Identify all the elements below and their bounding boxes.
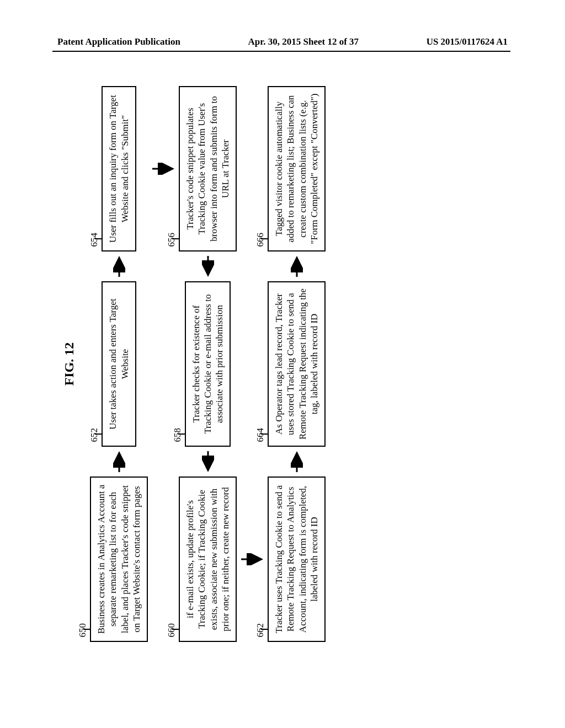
text-650: Business creates in Analytics Account a … (96, 485, 142, 634)
cell-660: 660 if e-mail exists, update profile's T… (179, 477, 237, 642)
node-654: 654 User fills out an inquiry form on Ta… (102, 86, 136, 251)
ref-650: 650 (77, 623, 88, 645)
node-658: 658 Tracker checks for existence of Trac… (185, 281, 231, 447)
arrow-660-662 (240, 553, 264, 565)
cell-652: 652 User takes action and enters Target … (90, 281, 148, 447)
arrow-662-664 (291, 450, 303, 473)
cell-656: 656 Tracker's code snippet populates Tra… (179, 86, 237, 251)
ref-658: 658 (172, 428, 183, 450)
cell-658: 658 Tracker checks for existence of Trac… (179, 281, 237, 447)
arrow-664-666 (291, 255, 303, 278)
node-660: 660 if e-mail exists, update profile's T… (179, 477, 237, 642)
header-left: Patent Application Publication (57, 36, 180, 47)
node-656: 656 Tracker's code snippet populates Tra… (179, 86, 237, 251)
ref-656: 656 (166, 233, 177, 255)
page-header: Patent Application Publication Apr. 30, … (0, 36, 565, 47)
ref-660: 660 (166, 623, 177, 645)
ref-652: 652 (88, 428, 100, 450)
arrow-656-658 (202, 255, 214, 278)
text-652: User takes action and enters Target Webs… (108, 298, 130, 430)
arrow-654-656 (151, 163, 175, 175)
header-right: US 2015/0117624 A1 (427, 36, 508, 47)
arrow-650-652 (113, 450, 125, 473)
header-rule (52, 51, 510, 52)
cell-662: 662 Tracker uses Tracking Cookie to send… (268, 477, 326, 642)
cell-666: 666 Tagged visitor cookie automatically … (268, 86, 326, 251)
ref-666: 666 (254, 233, 266, 255)
text-666: Tagged visitor cookie automatically adde… (274, 94, 319, 244)
header-center: Apr. 30, 2015 Sheet 12 of 37 (248, 36, 359, 47)
ref-654: 654 (88, 233, 100, 255)
arrow-658-660 (202, 450, 214, 473)
cell-654: 654 User fills out an inquiry form on Ta… (90, 86, 148, 251)
ref-664: 664 (254, 428, 266, 450)
cell-664: 664 As Operator tags lead record, Tracke… (268, 281, 326, 447)
node-650: 650 Business creates in Analytics Accoun… (90, 477, 148, 642)
text-660: if e-mail exists, update profile's Track… (185, 487, 231, 631)
ref-662: 662 (254, 623, 266, 645)
text-656: Tracker's code snippet populates Trackin… (185, 96, 231, 241)
figure-title: FIG. 12 (62, 61, 77, 667)
node-662: 662 Tracker uses Tracking Cookie to send… (268, 477, 326, 642)
node-664: 664 As Operator tags lead record, Tracke… (268, 281, 326, 447)
node-652: 652 User takes action and enters Target … (102, 281, 136, 447)
text-658: Tracker checks for existence of Tracking… (191, 295, 225, 434)
arrow-652-654 (113, 255, 125, 278)
flowchart-grid: 650 Business creates in Analytics Accoun… (90, 61, 326, 667)
text-662: Tracker uses Tracking Cookie to send a R… (274, 485, 319, 634)
node-666: 666 Tagged visitor cookie automatically … (268, 86, 326, 251)
text-664: As Operator tags lead record, Tracker us… (274, 288, 319, 440)
cell-650: 650 Business creates in Analytics Accoun… (90, 477, 148, 642)
text-654: User fills out an inquiry form on Target… (108, 95, 130, 243)
figure-container: FIG. 12 650 Business creates in Analytic… (56, 61, 509, 667)
